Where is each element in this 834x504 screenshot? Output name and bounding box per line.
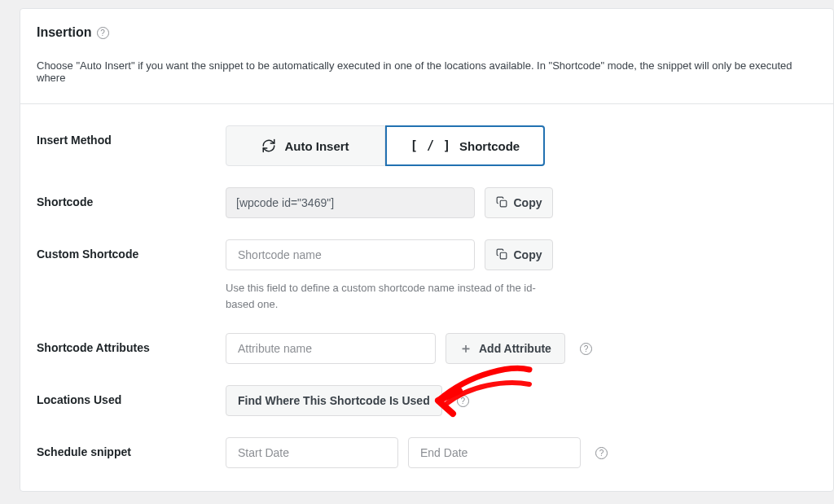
- find-locations-button[interactable]: Find Where This Shortcode Is Used: [226, 385, 442, 416]
- help-icon[interactable]: ?: [595, 447, 608, 459]
- shortcode-value-text: [wpcode id="3469"]: [236, 196, 334, 209]
- auto-insert-label: Auto Insert: [284, 139, 349, 153]
- copy-label: Copy: [514, 248, 542, 261]
- auto-insert-tab[interactable]: Auto Insert: [226, 125, 385, 166]
- refresh-icon: [261, 138, 276, 153]
- insert-method-label: Insert Method: [37, 125, 226, 147]
- end-date-input[interactable]: [419, 438, 570, 467]
- add-attribute-label: Add Attribute: [479, 342, 551, 355]
- custom-shortcode-input[interactable]: [236, 240, 464, 270]
- copy-icon: [496, 196, 507, 210]
- attribute-name-input[interactable]: [236, 334, 425, 363]
- svg-rect-0: [500, 200, 507, 207]
- start-date-input[interactable]: [236, 438, 388, 467]
- help-icon[interactable]: ?: [580, 343, 592, 355]
- custom-shortcode-input-wrap: [226, 239, 475, 270]
- help-icon[interactable]: ?: [457, 395, 469, 407]
- shortcode-value[interactable]: [wpcode id="3469"]: [226, 187, 475, 218]
- end-date-input-wrap: [408, 437, 581, 468]
- panel-title: Insertion: [37, 25, 92, 40]
- custom-shortcode-label: Custom Shortcode: [37, 239, 226, 261]
- start-date-input-wrap: [226, 437, 398, 468]
- shortcode-attributes-label: Shortcode Attributes: [37, 333, 226, 354]
- schedule-snippet-label: Schedule snippet: [37, 437, 226, 458]
- shortcode-tab[interactable]: [ / ] Shortcode: [385, 125, 545, 166]
- panel-header: Insertion ?: [20, 9, 833, 51]
- locations-used-label: Locations Used: [37, 385, 226, 406]
- svg-rect-1: [500, 252, 507, 259]
- copy-icon: [496, 248, 507, 262]
- find-locations-label: Find Where This Shortcode Is Used: [238, 394, 430, 407]
- help-icon[interactable]: ?: [97, 27, 109, 39]
- insert-method-tabs: Auto Insert [ / ] Shortcode: [226, 125, 817, 166]
- insertion-panel: Insertion ? Choose "Auto Insert" if you …: [20, 8, 834, 492]
- shortcode-tab-label: Shortcode: [459, 139, 520, 153]
- copy-label: Copy: [514, 196, 542, 209]
- attribute-name-input-wrap: [226, 333, 436, 364]
- custom-shortcode-note: Use this field to define a custom shortc…: [226, 280, 551, 312]
- copy-shortcode-button[interactable]: Copy: [485, 187, 553, 218]
- add-attribute-button[interactable]: ＋ Add Attribute: [446, 333, 565, 364]
- panel-description: Choose "Auto Insert" if you want the sni…: [20, 51, 833, 104]
- copy-custom-shortcode-button[interactable]: Copy: [485, 239, 553, 270]
- plus-icon: ＋: [459, 340, 472, 357]
- shortcode-label: Shortcode: [37, 187, 226, 208]
- shortcode-icon: [ / ]: [410, 138, 451, 153]
